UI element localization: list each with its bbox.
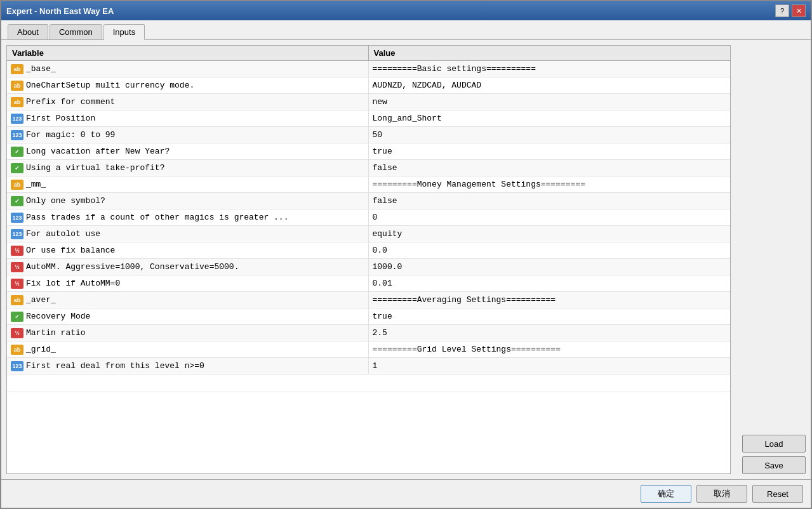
table-row[interactable]: ✓ Recovery Mode true — [7, 308, 730, 325]
table-row[interactable]: ✓ Only one symbol? false — [7, 193, 730, 209]
title-bar-buttons: ? ✕ — [775, 4, 806, 17]
variable-cell: 123 For autolot use — [7, 226, 369, 242]
value-cell[interactable]: 50 — [369, 127, 731, 143]
variable-cell: ½ Martin ratio — [7, 325, 369, 341]
variable-value: Long_and_Short — [373, 114, 442, 123]
load-button[interactable]: Load — [742, 435, 806, 453]
value-cell[interactable]: 0 — [369, 209, 731, 225]
variable-cell: ½ Fix lot if AutoMM=0 — [7, 275, 369, 291]
value-cell[interactable]: =========Money Management Settings======… — [369, 176, 731, 192]
save-button[interactable]: Save — [742, 456, 806, 474]
table-row[interactable]: ab _grid_ =========Grid Level Settings==… — [7, 341, 730, 358]
value-cell[interactable]: 1 — [369, 358, 731, 374]
table-row[interactable]: ½ AutoMM. Aggressive=1000, Conservative=… — [7, 259, 730, 275]
variable-value: 0 — [373, 213, 378, 222]
variable-cell: ab _grid_ — [7, 341, 369, 357]
table-row[interactable]: ½ Martin ratio 2.5 — [7, 325, 730, 341]
reset-button[interactable]: Reset — [752, 485, 803, 503]
variable-name: Pass trades if a count of other magics i… — [26, 213, 288, 222]
variable-name: For magic: 0 to 99 — [26, 130, 115, 140]
value-cell[interactable]: true — [369, 308, 731, 324]
variable-value: =========Averaging Settings========== — [373, 295, 556, 305]
table-row[interactable]: ✓ Using a virtual take-profit? false — [7, 160, 730, 176]
variable-value: =========Money Management Settings======… — [373, 180, 585, 189]
variable-cell: 123 For magic: 0 to 99 — [7, 127, 369, 143]
tab-about[interactable]: About — [8, 24, 48, 39]
table-row[interactable]: ½ Fix lot if AutoMM=0 0.01 — [7, 275, 730, 292]
variable-cell: 123 First Position — [7, 110, 369, 126]
table-row[interactable]: ½ Or use fix balance 0.0 — [7, 242, 730, 259]
type-icon: ✓ — [11, 196, 23, 206]
variable-name: Only one symbol? — [26, 196, 105, 206]
help-button[interactable]: ? — [775, 4, 789, 17]
variable-cell: 123 First real deal from this level n>=0 — [7, 358, 369, 374]
variable-value: false — [373, 196, 397, 206]
table-header: Variable Value — [7, 46, 730, 61]
confirm-button[interactable]: 确定 — [641, 485, 691, 503]
value-cell[interactable]: 0.0 — [369, 242, 731, 258]
value-cell[interactable]: AUDNZD, NZDCAD, AUDCAD — [369, 77, 731, 93]
table-row[interactable]: 123 First real deal from this level n>=0… — [7, 358, 730, 374]
table-row[interactable]: ab _base_ =========Basic settings=======… — [7, 61, 730, 77]
close-button[interactable]: ✕ — [792, 4, 806, 17]
title-bar: Expert - North East Way EA ? ✕ — [1, 1, 811, 20]
variable-name: First real deal from this level n>=0 — [26, 361, 204, 371]
type-icon: 123 — [11, 130, 23, 140]
variable-value: equity — [373, 229, 403, 239]
value-cell[interactable]: new — [369, 94, 731, 110]
variable-value: 1000.0 — [373, 262, 403, 272]
type-icon: ✓ — [11, 147, 23, 157]
value-cell[interactable]: =========Basic settings========== — [369, 61, 731, 77]
tabs-bar: About Common Inputs — [1, 20, 811, 40]
variable-name: Prefix for comment — [26, 97, 115, 107]
value-cell[interactable]: 1000.0 — [369, 259, 731, 275]
table-row[interactable]: 123 For autolot use equity — [7, 226, 730, 242]
table-row[interactable]: ab Prefix for comment new — [7, 94, 730, 110]
variable-name: _grid_ — [26, 345, 56, 354]
value-cell[interactable]: equity — [369, 226, 731, 242]
tab-common[interactable]: Common — [50, 24, 102, 39]
type-icon: ab — [11, 64, 23, 74]
value-cell[interactable]: 2.5 — [369, 325, 731, 341]
variable-value: 0.0 — [373, 246, 387, 255]
table-row[interactable]: ab OneChartSetup multi currency mode. AU… — [7, 77, 730, 94]
value-cell[interactable]: =========Averaging Settings========== — [369, 292, 731, 308]
variable-name: _aver_ — [26, 295, 56, 305]
type-icon: ab — [11, 97, 23, 107]
type-icon: ab — [11, 180, 23, 190]
value-cell[interactable]: false — [369, 193, 731, 209]
table-row[interactable]: 123 Pass trades if a count of other magi… — [7, 209, 730, 226]
table-row[interactable]: ab _mm_ =========Money Management Settin… — [7, 176, 730, 193]
table-row[interactable]: 123 For magic: 0 to 99 50 — [7, 127, 730, 143]
table-body: ab _base_ =========Basic settings=======… — [7, 61, 730, 392]
variable-cell: ab _base_ — [7, 61, 369, 77]
variable-value: 0.01 — [373, 279, 392, 288]
side-buttons: Load Save — [736, 45, 806, 474]
variable-name: Using a virtual take-profit? — [26, 163, 164, 173]
table-row[interactable]: ✓ Long vacation after New Year? true — [7, 143, 730, 160]
variable-name: Or use fix balance — [26, 246, 115, 255]
type-icon: ✓ — [11, 163, 23, 173]
variable-cell: ½ AutoMM. Aggressive=1000, Conservative=… — [7, 259, 369, 275]
table-row[interactable]: 123 First Position Long_and_Short — [7, 110, 730, 127]
variable-name: _mm_ — [26, 180, 46, 189]
value-cell[interactable]: Long_and_Short — [369, 110, 731, 126]
value-cell[interactable]: false — [369, 160, 731, 176]
variable-value: new — [373, 97, 387, 107]
tab-inputs[interactable]: Inputs — [103, 24, 145, 40]
variable-value: AUDNZD, NZDCAD, AUDCAD — [373, 81, 482, 90]
variable-value: true — [373, 312, 392, 321]
value-cell[interactable]: true — [369, 143, 731, 159]
variable-cell: ✓ Recovery Mode — [7, 308, 369, 324]
type-icon: 123 — [11, 114, 23, 124]
type-icon: 123 — [11, 361, 23, 371]
variable-value: true — [373, 147, 392, 156]
value-cell[interactable]: =========Grid Level Settings========== — [369, 341, 731, 357]
table-row[interactable]: ab _aver_ =========Averaging Settings===… — [7, 292, 730, 308]
window-title: Expert - North East Way EA — [6, 6, 114, 16]
variable-value: false — [373, 163, 397, 173]
cancel-button[interactable]: 取消 — [696, 485, 747, 503]
variable-cell: ✓ Using a virtual take-profit? — [7, 160, 369, 176]
variable-value: 2.5 — [373, 328, 387, 338]
value-cell[interactable]: 0.01 — [369, 275, 731, 291]
